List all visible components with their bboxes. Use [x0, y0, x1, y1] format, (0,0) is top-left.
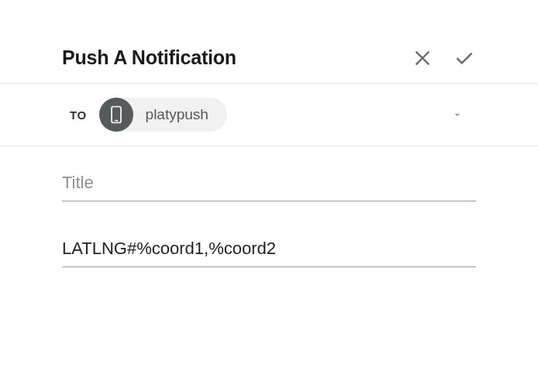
check-icon	[453, 48, 476, 68]
body-input[interactable]	[62, 234, 476, 267]
recipient-name: platypush	[146, 106, 209, 123]
close-button[interactable]	[412, 48, 433, 68]
title-input[interactable]	[62, 168, 476, 201]
header-actions	[412, 48, 476, 68]
chevron-down-icon	[451, 108, 464, 121]
recipient-row: TO platypush	[62, 84, 476, 146]
recipient-avatar	[99, 98, 133, 132]
close-icon	[412, 48, 433, 68]
fields	[62, 146, 476, 267]
phone-icon	[110, 105, 122, 124]
header: Push A Notification	[62, 46, 476, 83]
recipient-dropdown[interactable]	[451, 108, 468, 121]
page-title: Push A Notification	[62, 46, 236, 69]
confirm-button[interactable]	[453, 48, 476, 68]
to-label: TO	[70, 108, 87, 122]
recipient-chip[interactable]: platypush	[99, 98, 227, 132]
